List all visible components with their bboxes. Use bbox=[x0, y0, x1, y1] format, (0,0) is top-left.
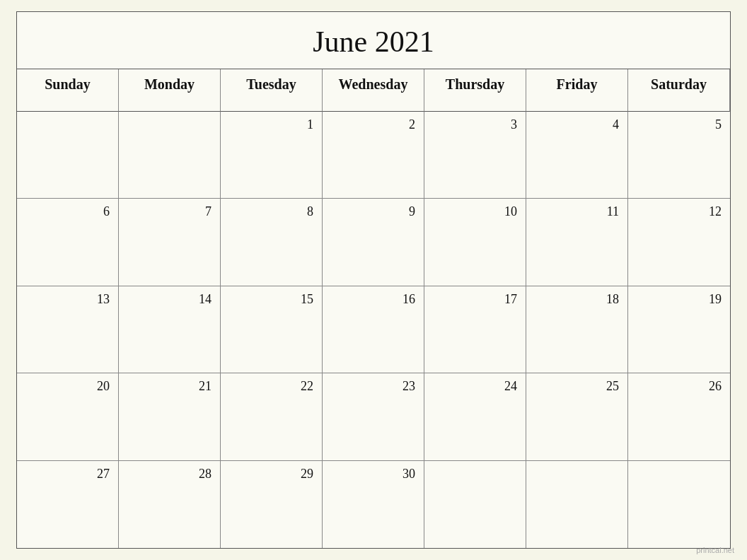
day-cell: 27 bbox=[17, 461, 119, 549]
header-monday: Monday bbox=[119, 69, 221, 112]
day-cell: 24 bbox=[424, 373, 526, 461]
calendar-title: June 2021 bbox=[17, 12, 730, 69]
day-cell: 26 bbox=[628, 373, 730, 461]
header-tuesday: Tuesday bbox=[221, 69, 323, 112]
header-friday: Friday bbox=[526, 69, 628, 112]
day-cell: 29 bbox=[221, 461, 323, 549]
watermark: printcal.net bbox=[696, 546, 734, 554]
day-cell: 2 bbox=[323, 112, 424, 199]
day-cell: 23 bbox=[323, 373, 424, 461]
day-cell: 13 bbox=[17, 286, 119, 374]
day-cell: 15 bbox=[221, 286, 323, 374]
day-cell: 11 bbox=[526, 199, 628, 286]
day-cell: 7 bbox=[119, 199, 221, 286]
day-cell: 17 bbox=[424, 286, 526, 374]
header-saturday: Saturday bbox=[628, 69, 730, 112]
day-cell: 19 bbox=[628, 286, 730, 374]
day-cell: 3 bbox=[424, 112, 526, 199]
header-wednesday: Wednesday bbox=[323, 69, 424, 112]
day-cell: 21 bbox=[119, 373, 221, 461]
day-cell bbox=[424, 461, 526, 549]
day-cell bbox=[119, 112, 221, 199]
header-sunday: Sunday bbox=[17, 69, 119, 112]
day-cell bbox=[628, 461, 730, 549]
calendar-grid: Sunday Monday Tuesday Wednesday Thursday… bbox=[17, 69, 730, 548]
day-cell: 16 bbox=[323, 286, 424, 374]
day-cell: 12 bbox=[628, 199, 730, 286]
header-thursday: Thursday bbox=[424, 69, 526, 112]
calendar: June 2021 Sunday Monday Tuesday Wednesda… bbox=[16, 11, 731, 549]
day-cell: 6 bbox=[17, 199, 119, 286]
day-cell: 5 bbox=[628, 112, 730, 199]
day-cell: 1 bbox=[221, 112, 323, 199]
day-cell: 14 bbox=[119, 286, 221, 374]
day-cell: 22 bbox=[221, 373, 323, 461]
day-cell: 20 bbox=[17, 373, 119, 461]
day-cell: 25 bbox=[526, 373, 628, 461]
day-cell: 8 bbox=[221, 199, 323, 286]
day-cell: 9 bbox=[323, 199, 424, 286]
day-cell: 4 bbox=[526, 112, 628, 199]
day-cell: 30 bbox=[323, 461, 424, 549]
day-cell bbox=[17, 112, 119, 199]
day-cell bbox=[526, 461, 628, 549]
day-cell: 10 bbox=[424, 199, 526, 286]
day-cell: 28 bbox=[119, 461, 221, 549]
day-cell: 18 bbox=[526, 286, 628, 374]
